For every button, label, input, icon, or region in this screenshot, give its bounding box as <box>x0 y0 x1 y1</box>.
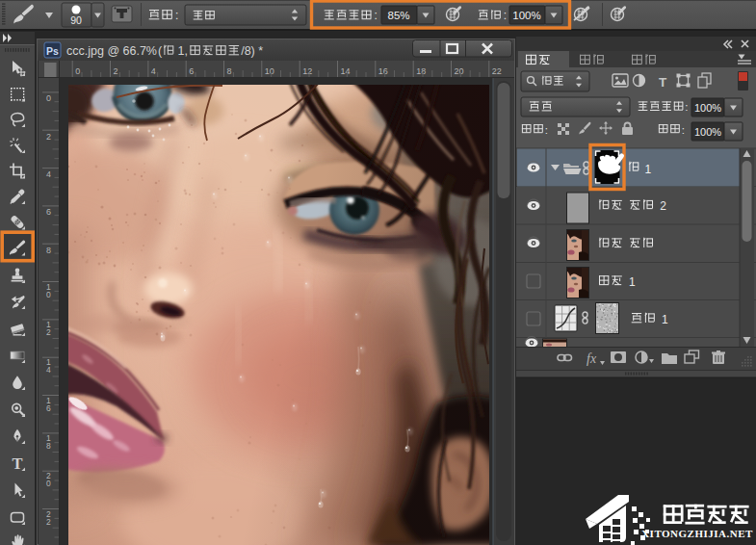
svg-text:ccc.jpg @ 66.7%: ccc.jpg @ 66.7% <box>66 44 157 58</box>
svg-text::: : <box>685 101 688 113</box>
svg-text:4: 4 <box>151 66 156 76</box>
svg-text:1: 1 <box>629 275 636 289</box>
svg-text::: : <box>375 9 378 22</box>
svg-text::: : <box>175 9 178 22</box>
svg-text:14: 14 <box>341 66 351 76</box>
svg-text:1: 1 <box>662 313 668 326</box>
svg-text:0: 0 <box>46 290 51 299</box>
svg-text:100%: 100% <box>694 102 721 114</box>
svg-text:100%: 100% <box>512 10 540 21</box>
svg-text:90: 90 <box>70 14 82 26</box>
svg-text:8: 8 <box>227 66 232 76</box>
svg-text:18: 18 <box>416 66 426 76</box>
svg-text:/8) *: /8) * <box>241 44 263 58</box>
svg-text:4: 4 <box>46 169 51 179</box>
svg-text:0: 0 <box>46 93 51 103</box>
svg-text:2: 2 <box>114 66 118 76</box>
svg-text:6: 6 <box>189 66 194 76</box>
svg-text:2: 2 <box>46 517 51 527</box>
svg-text:85%: 85% <box>387 10 409 21</box>
svg-text:2: 2 <box>660 199 666 213</box>
svg-text:4: 4 <box>46 365 51 375</box>
svg-text:8: 8 <box>46 246 51 255</box>
svg-text:Ps: Ps <box>46 45 59 57</box>
svg-text::: : <box>682 124 685 136</box>
svg-text:20: 20 <box>455 66 464 76</box>
svg-text:6: 6 <box>46 403 51 413</box>
svg-text::: : <box>545 124 548 136</box>
svg-text:8: 8 <box>46 441 51 451</box>
svg-text:2: 2 <box>46 327 51 337</box>
svg-text:16: 16 <box>378 66 388 76</box>
svg-text::: : <box>504 9 507 22</box>
svg-text:12: 12 <box>302 66 312 76</box>
svg-text:6: 6 <box>46 207 51 217</box>
svg-text:T: T <box>12 454 22 473</box>
svg-text:T: T <box>659 75 667 90</box>
svg-text:0: 0 <box>46 479 51 488</box>
svg-text:100%: 100% <box>694 126 721 138</box>
svg-text:2: 2 <box>46 132 51 142</box>
svg-text:0: 0 <box>75 66 80 76</box>
svg-text:1,: 1, <box>177 44 187 58</box>
svg-text:1: 1 <box>644 163 651 176</box>
svg-text:fx: fx <box>587 351 597 366</box>
svg-text:10: 10 <box>265 66 274 76</box>
svg-text:22: 22 <box>492 66 502 76</box>
svg-text:XITONGZHIJIA.NET: XITONGZHIJIA.NET <box>641 528 753 539</box>
